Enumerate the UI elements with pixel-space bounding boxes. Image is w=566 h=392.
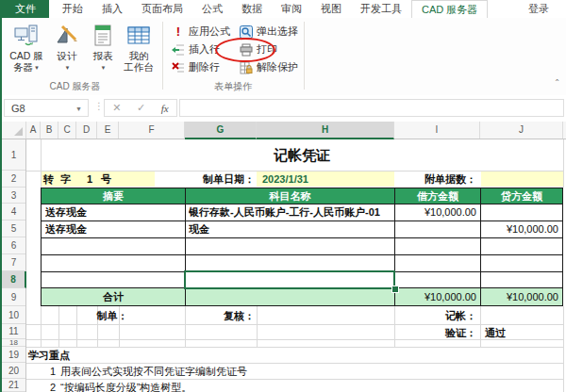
row4-account-cell[interactable]: 银行存款-人民币账户-工行-人民币账户-01 bbox=[189, 204, 393, 220]
fill-handle[interactable] bbox=[391, 286, 399, 293]
date-value-cell[interactable]: 2023/1/31 bbox=[257, 172, 394, 187]
header-credit-cell[interactable]: 贷方金额 bbox=[481, 188, 562, 204]
worksheet[interactable]: 记帐凭证 转 字 1 号 制单日期： 2023/1/31 附单据数： 摘要 科目… bbox=[2, 0, 566, 392]
total-credit-cell[interactable]: ¥10,000.00 bbox=[481, 288, 558, 305]
date-value-text: 2023/1/31 bbox=[262, 172, 308, 187]
table-border bbox=[42, 220, 562, 221]
voucher-type-cell[interactable]: 转 bbox=[43, 172, 54, 187]
header-summary-cell[interactable]: 摘要 bbox=[42, 188, 185, 204]
gridline bbox=[480, 306, 481, 347]
note1-text-cell[interactable]: 用表间公式实现按不同凭证字编制凭证号 bbox=[60, 365, 247, 379]
notes-title-cell[interactable]: 学习重点 bbox=[28, 349, 70, 363]
gridline bbox=[563, 139, 564, 188]
header-account-cell[interactable]: 科目名称 bbox=[186, 188, 394, 204]
excel-window: 文件 开始 插入 页面布局 公式 数据 审阅 视图 开发工具 CAD 服务器 登… bbox=[0, 0, 566, 392]
verify-label-cell[interactable]: 验证： bbox=[389, 325, 476, 340]
gridline bbox=[26, 339, 563, 340]
active-cell-selection[interactable] bbox=[184, 270, 395, 289]
voucher-number-suffix-cell[interactable]: 号 bbox=[101, 172, 111, 187]
gridline bbox=[26, 324, 563, 325]
reviewer-label-cell[interactable]: 复核： bbox=[172, 308, 255, 323]
row5-credit-cell[interactable]: ¥10,000.00 bbox=[481, 221, 558, 237]
voucher-title-cell[interactable]: 记帐凭证 bbox=[41, 140, 563, 171]
attachments-value-cell[interactable] bbox=[481, 172, 563, 187]
verify-value-cell[interactable]: 通过 bbox=[485, 325, 506, 340]
bookkeeper-label-cell[interactable]: 记帐： bbox=[389, 308, 476, 323]
header-debit-cell[interactable]: 借方金额 bbox=[395, 188, 480, 204]
maker-label-cell[interactable]: 制单： bbox=[41, 308, 184, 323]
gridline bbox=[26, 347, 563, 348]
voucher-no-input-cells[interactable] bbox=[42, 172, 155, 187]
row4-debit-cell[interactable]: ¥10,000.00 bbox=[395, 204, 476, 220]
attachments-label-cell[interactable]: 附单据数： bbox=[389, 172, 476, 187]
table-border bbox=[42, 237, 562, 238]
gridline bbox=[26, 379, 563, 380]
note2-number-cell[interactable]: 2 bbox=[41, 381, 56, 392]
table-border bbox=[42, 204, 562, 204]
table-border bbox=[42, 254, 562, 255]
gridline bbox=[563, 306, 564, 392]
voucher-number-cell[interactable]: 1 bbox=[87, 172, 92, 187]
row5-summary-cell[interactable]: 送存现金 bbox=[45, 221, 183, 237]
row4-summary-cell[interactable]: 送存现金 bbox=[45, 204, 183, 220]
note2-text-cell[interactable]: “按编码长度分级”构造树型。 bbox=[60, 381, 191, 392]
total-label-cell[interactable]: 合计 bbox=[42, 288, 185, 305]
row5-account-cell[interactable]: 现金 bbox=[189, 221, 393, 237]
gridline bbox=[26, 363, 563, 364]
voucher-word-cell[interactable]: 字 bbox=[60, 172, 71, 187]
date-label-cell[interactable]: 制单日期： bbox=[172, 172, 255, 187]
gridline bbox=[257, 306, 258, 347]
note1-number-cell[interactable]: 1 bbox=[41, 365, 56, 379]
total-debit-cell[interactable]: ¥10,000.00 bbox=[395, 288, 476, 305]
